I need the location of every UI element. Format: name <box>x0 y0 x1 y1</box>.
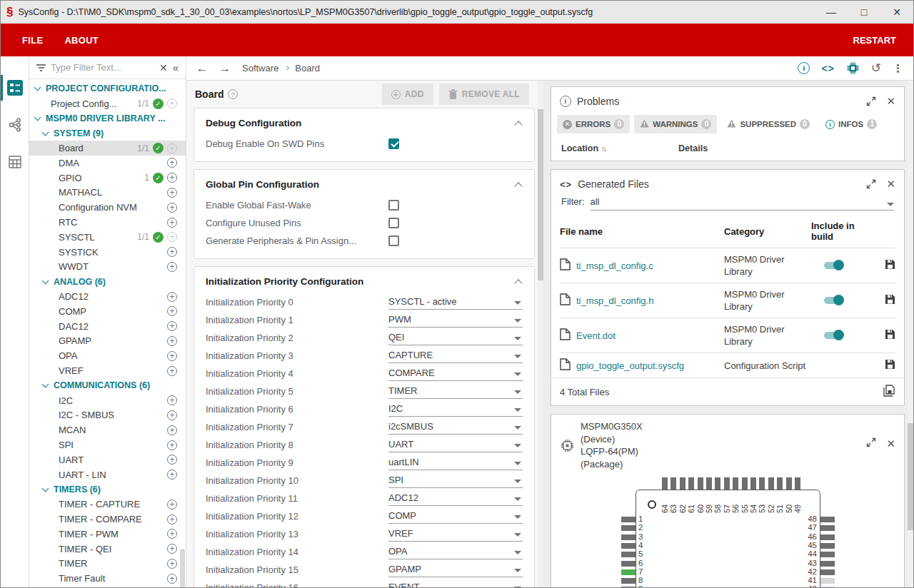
priority-dropdown[interactable]: i2cSMBUS <box>388 420 523 435</box>
close-icon[interactable]: ✕ <box>886 178 895 191</box>
generated-files-toggle-icon[interactable]: <> <box>821 63 834 74</box>
tree-category[interactable]: SYSTEM (9) <box>29 126 186 141</box>
history-icon[interactable]: ↺ <box>871 61 881 76</box>
device-view-toggle-icon[interactable] <box>846 61 860 75</box>
back-icon[interactable]: ← <box>196 62 208 75</box>
expand-icon[interactable] <box>866 96 876 106</box>
file-link[interactable]: ti_msp_dl_config.c <box>560 258 724 273</box>
priority-dropdown[interactable]: SYSCTL - active <box>388 295 523 310</box>
tree-item[interactable]: GPIO1✓+ <box>29 171 186 186</box>
priority-dropdown[interactable]: CAPTURE <box>388 348 523 363</box>
add-instance-icon[interactable]: + <box>167 173 177 183</box>
priority-dropdown[interactable]: COMP <box>388 509 523 524</box>
collapse-sidebar-icon[interactable]: « <box>173 61 179 74</box>
add-instance-icon[interactable]: + <box>167 514 177 524</box>
forward-icon[interactable]: → <box>219 62 231 75</box>
close-button[interactable]: ✕ <box>880 1 913 24</box>
add-instance-icon[interactable]: + <box>167 218 177 228</box>
files-filter-select[interactable]: all <box>591 196 895 211</box>
add-instance-icon[interactable]: + <box>167 232 177 242</box>
add-instance-icon[interactable]: + <box>167 188 177 198</box>
add-instance-icon[interactable]: + <box>167 321 177 331</box>
problem-chip-infos[interactable]: iINFOS1 <box>820 115 883 133</box>
save-icon[interactable] <box>874 329 895 343</box>
priority-dropdown[interactable]: TIMER <box>388 384 523 399</box>
priority-dropdown[interactable]: COMPARE <box>388 366 523 381</box>
checkbox[interactable] <box>388 235 399 246</box>
clear-filter-icon[interactable]: ✕ <box>159 62 168 74</box>
add-instance-icon[interactable]: + <box>167 292 177 302</box>
add-instance-icon[interactable]: + <box>167 395 177 405</box>
tree-item[interactable]: ADC12+ <box>29 289 186 304</box>
tree-item[interactable]: SYSTICK+ <box>29 245 186 260</box>
minimize-button[interactable]: — <box>815 1 848 24</box>
save-icon[interactable] <box>874 294 895 308</box>
tree-item[interactable]: VREF+ <box>29 363 186 378</box>
add-instance-icon[interactable]: + <box>167 366 177 376</box>
tree-item[interactable]: SYSCTL1/1✓+ <box>29 230 186 245</box>
package-diagram[interactable]: 6463626160595857565554535251504912345678… <box>551 470 904 588</box>
add-instance-icon[interactable]: + <box>167 574 177 584</box>
tree-item[interactable]: TIMER - COMPARE+ <box>29 512 186 527</box>
add-instance-icon[interactable]: + <box>167 559 177 569</box>
main-scrollbar[interactable] <box>538 81 543 588</box>
tree-category[interactable]: PROJECT CONFIGURATIO... <box>29 81 186 96</box>
add-instance-icon[interactable]: + <box>167 440 177 450</box>
save-icon[interactable] <box>874 259 895 273</box>
rail-config-view-button[interactable] <box>1 72 29 103</box>
add-instance-icon[interactable]: + <box>167 410 177 420</box>
maximize-button[interactable]: □ <box>848 1 880 24</box>
checkbox[interactable] <box>388 218 399 228</box>
priority-dropdown[interactable]: ADC12 <box>388 491 523 506</box>
add-instance-icon[interactable]: + <box>167 98 177 108</box>
priority-dropdown[interactable]: PWM <box>388 313 523 328</box>
priority-dropdown[interactable]: uartLIN <box>388 455 523 470</box>
tree-item[interactable]: OPA+ <box>29 348 186 363</box>
add-instance-icon[interactable]: + <box>167 425 177 435</box>
tree-item[interactable]: DMA+ <box>29 156 186 171</box>
breadcrumb-software[interactable]: Software <box>242 63 278 74</box>
problem-chip-suppressed[interactable]: SUPPRESSED0 <box>721 115 815 133</box>
save-all-icon[interactable] <box>883 385 895 399</box>
tree-category[interactable]: ANALOG (6) <box>29 274 186 289</box>
include-toggle[interactable] <box>824 332 843 339</box>
priority-dropdown[interactable]: QEI <box>388 330 523 345</box>
include-toggle[interactable] <box>824 297 843 304</box>
card-header[interactable]: Global Pin Configuration <box>194 170 534 196</box>
problems-toggle-icon[interactable]: i <box>798 62 810 74</box>
problem-chip-errors[interactable]: ✕ERRORS0 <box>557 115 630 133</box>
priority-dropdown[interactable]: EVENT <box>388 580 523 588</box>
add-instance-icon[interactable]: + <box>167 351 177 361</box>
tree-item[interactable]: TIMER - CAPTURE+ <box>29 497 186 512</box>
tree-item[interactable]: Board1/1✓+ <box>29 141 186 156</box>
add-instance-icon[interactable]: + <box>167 247 177 257</box>
priority-dropdown[interactable]: SPI <box>388 473 523 488</box>
tree-item[interactable]: Project Config...1/1✓+ <box>29 96 186 111</box>
kebab-menu-icon[interactable]: ⋮ <box>893 62 903 75</box>
add-instance-icon[interactable]: + <box>167 544 177 554</box>
tree-item[interactable]: I2C+ <box>29 393 186 408</box>
add-instance-icon[interactable]: + <box>167 455 177 465</box>
menu-about[interactable]: ABOUT <box>64 35 99 46</box>
expand-icon[interactable] <box>866 437 876 447</box>
add-instance-icon[interactable]: + <box>167 262 177 272</box>
file-link[interactable]: Event.dot <box>560 328 724 343</box>
tree-item[interactable]: SPI+ <box>29 437 186 452</box>
file-link[interactable]: ti_msp_dl_config.h <box>560 293 724 308</box>
right-scrollbar[interactable] <box>908 81 913 588</box>
priority-dropdown[interactable]: OPA <box>388 544 523 559</box>
priority-dropdown[interactable]: I2C <box>388 402 523 417</box>
card-header[interactable]: Initialization Priority Configuration <box>194 267 534 293</box>
add-instance-icon[interactable]: + <box>167 203 177 213</box>
tree-item[interactable]: TIMER+ <box>29 557 186 572</box>
menu-file[interactable]: FILE <box>22 35 43 46</box>
save-icon[interactable] <box>874 359 895 372</box>
add-instance-icon[interactable]: + <box>167 158 177 168</box>
tree-item[interactable]: WWDT+ <box>29 260 186 275</box>
tree-item[interactable]: MATHACL+ <box>29 186 186 201</box>
rail-peripherals-view-button[interactable] <box>1 109 29 141</box>
help-icon[interactable]: ? <box>228 89 238 99</box>
add-instance-icon[interactable]: + <box>167 143 177 153</box>
tree-item[interactable]: TIMER - QEI+ <box>29 542 186 557</box>
file-link[interactable]: gpio_toggle_output.syscfg <box>560 358 724 372</box>
